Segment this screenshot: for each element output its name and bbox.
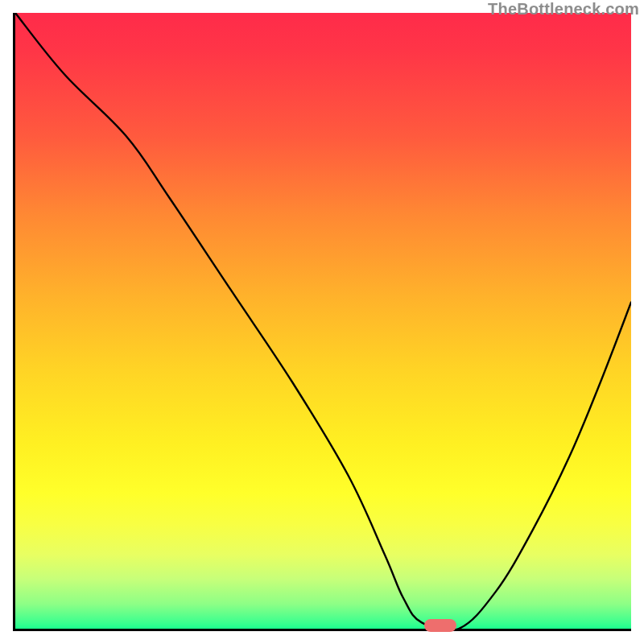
optimal-point-marker (424, 619, 456, 632)
bottleneck-curve (15, 13, 631, 629)
chart-container: TheBottleneck.com (0, 0, 644, 644)
plot-area (13, 13, 631, 631)
curve-path (15, 13, 631, 629)
watermark-text: TheBottleneck.com (488, 0, 639, 19)
